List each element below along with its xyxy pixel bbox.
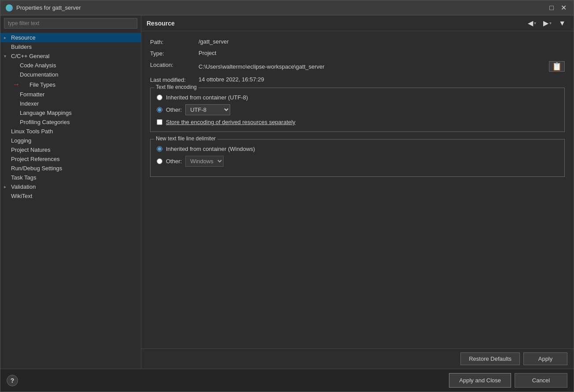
minimize-button[interactable]: □ (548, 4, 556, 12)
help-button[interactable]: ? (7, 375, 18, 386)
last-modified-value: 14 ottobre 2022, 16:57:29 (199, 76, 565, 83)
last-modified-label: Last modified: (150, 76, 199, 83)
sidebar-item-cpp-general[interactable]: ▾C/C++ General (0, 51, 141, 61)
sidebar-item-language-mappings[interactable]: Language Mappings (0, 108, 141, 117)
location-label: Location: (150, 61, 199, 68)
path-label: Path: (150, 38, 199, 45)
sidebar-item-label: Project Natures (11, 147, 51, 153)
other-delimiter-row: Other: Windows Unix macOS (157, 156, 558, 167)
inherited-delimiter-row: Inherited from container (Windows) (157, 146, 558, 152)
red-arrow-indicator: → (13, 81, 20, 88)
nav-buttons: ◀ ▾ ▶ ▾ ▼ (525, 18, 568, 28)
sidebar-item-label: File Types (29, 81, 55, 88)
tree: ▸ResourceBuilders▾C/C++ GeneralCode Anal… (0, 31, 141, 369)
sidebar-item-label: Project References (11, 156, 60, 162)
menu-dropdown-icon: ▼ (559, 19, 566, 27)
sidebar-item-resource[interactable]: ▸Resource (0, 33, 141, 42)
sidebar-item-project-references[interactable]: Project References (0, 154, 141, 164)
path-row: Path: /gatt_server (150, 38, 565, 45)
back-icon: ◀ (528, 19, 533, 27)
forward-icon: ▶ (543, 19, 548, 27)
sidebar-item-documentation[interactable]: Documentation (0, 70, 141, 79)
sidebar-item-label: Run/Debug Settings (11, 165, 62, 172)
nav-back-button[interactable]: ◀ ▾ (525, 18, 539, 28)
type-value: Project (199, 50, 565, 56)
sidebar-item-label: Indexer (20, 100, 39, 107)
sidebar-item-label: Code Analysis (20, 62, 56, 69)
sidebar-item-indexer[interactable]: Indexer (0, 99, 141, 108)
sidebar-item-wikitext[interactable]: WikiText (0, 191, 141, 201)
location-value-area: C:\Users\waltermo\eclipse-workspace\gatt… (199, 61, 565, 72)
title-controls: □ ✕ (548, 4, 568, 12)
other-delimiter-select-area: Other: Windows Unix macOS (157, 156, 224, 167)
delimiter-select[interactable]: Windows Unix macOS (185, 156, 224, 167)
restore-defaults-button[interactable]: Restore Defaults (460, 352, 520, 365)
panel-title: Resource (147, 20, 175, 27)
sidebar-item-run-debug-settings[interactable]: Run/Debug Settings (0, 164, 141, 173)
text-file-encoding-group: Text file encoding Inherited from contai… (150, 88, 565, 132)
footer-bar: ? Apply and Close Cancel (0, 369, 574, 392)
footer-right: Apply and Close Cancel (449, 373, 567, 388)
apply-and-close-button[interactable]: Apply and Close (449, 373, 511, 388)
dialog-title: Properties for gatt_server (16, 4, 81, 11)
sidebar-item-label: Resource (11, 34, 36, 41)
browse-button[interactable]: 📋 (549, 61, 565, 72)
filter-input[interactable] (4, 18, 137, 29)
sidebar-item-label: Builders (11, 44, 32, 50)
title-bar-left: Properties for gatt_server (6, 4, 81, 11)
sidebar-item-label: Formatter (20, 91, 44, 98)
encoding-select[interactable]: UTF-8 UTF-16 ISO-8859-1 US-ASCII (185, 104, 230, 115)
sidebar-item-label: Logging (11, 137, 31, 144)
sidebar-item-linux-tools-path[interactable]: Linux Tools Path (0, 127, 141, 136)
location-row: Location: C:\Users\waltermo\eclipse-work… (150, 61, 565, 72)
store-encoding-row: Store the encoding of derived resources … (157, 119, 558, 125)
props-content: Path: /gatt_server Type: Project Locatio… (141, 31, 574, 348)
close-button[interactable]: ✕ (559, 4, 568, 12)
other-encoding-label[interactable]: Other: (166, 106, 182, 113)
sidebar-item-profiling-categories[interactable]: Profiling Categories (0, 117, 141, 127)
other-delimiter-radio[interactable] (157, 158, 162, 164)
inherited-delimiter-radio[interactable] (157, 146, 162, 152)
sidebar-item-logging[interactable]: Logging (0, 136, 141, 145)
right-panel: Resource ◀ ▾ ▶ ▾ ▼ (141, 15, 574, 369)
location-value: C:\Users\waltermo\eclipse-workspace\gatt… (199, 63, 545, 70)
sidebar-item-label: Linux Tools Path (11, 128, 53, 135)
inherited-encoding-label[interactable]: Inherited from container (UTF-8) (166, 94, 248, 101)
tree-expand-icon: ▸ (4, 184, 9, 189)
sidebar-item-code-analysis[interactable]: Code Analysis (0, 61, 141, 70)
line-delimiter-legend: New text file line delimiter (154, 136, 217, 142)
other-encoding-row: Other: UTF-8 UTF-16 ISO-8859-1 US-ASCII (157, 104, 558, 115)
inherited-encoding-radio[interactable] (157, 95, 162, 100)
footer-left: ? (7, 375, 18, 386)
store-encoding-label[interactable]: Store the encoding of derived resources … (166, 119, 295, 125)
nav-menu-button[interactable]: ▼ (556, 18, 568, 28)
sidebar-item-task-tags[interactable]: Task Tags (0, 173, 141, 182)
sidebar-item-label: Validation (11, 183, 36, 190)
panel-toolbar: Resource ◀ ▾ ▶ ▾ ▼ (141, 15, 574, 31)
sidebar-item-label: WikiText (11, 193, 32, 199)
inherited-encoding-row: Inherited from container (UTF-8) (157, 94, 558, 101)
apply-button[interactable]: Apply (523, 352, 567, 365)
dialog: Properties for gatt_server □ ✕ ▸Resource… (0, 0, 574, 392)
other-delimiter-label[interactable]: Other: (166, 158, 182, 165)
sidebar-item-file-types[interactable]: →File Types (0, 79, 141, 90)
nav-forward-button[interactable]: ▶ ▾ (541, 18, 554, 28)
other-encoding-radio[interactable] (157, 107, 162, 113)
bottom-bar: Restore Defaults Apply (141, 348, 574, 369)
line-delimiter-content: Inherited from container (Windows) Other… (157, 146, 558, 167)
tree-expand-icon: ▸ (4, 35, 9, 40)
path-value: /gatt_server (199, 38, 565, 45)
back-dropdown-arrow: ▾ (534, 21, 536, 26)
sidebar-item-validation[interactable]: ▸Validation (0, 182, 141, 191)
forward-dropdown-arrow: ▾ (549, 21, 552, 26)
sidebar-item-project-natures[interactable]: Project Natures (0, 145, 141, 154)
store-encoding-checkbox[interactable] (157, 119, 162, 125)
sidebar-item-formatter[interactable]: Formatter (0, 90, 141, 99)
cancel-button[interactable]: Cancel (515, 373, 567, 388)
text-encoding-legend: Text file encoding (154, 84, 199, 90)
main-content: ▸ResourceBuilders▾C/C++ GeneralCode Anal… (0, 15, 574, 369)
sidebar-item-builders[interactable]: Builders (0, 42, 141, 51)
sidebar-item-label: C/C++ General (11, 53, 49, 59)
tree-expand-icon: ▾ (4, 54, 9, 59)
inherited-delimiter-label[interactable]: Inherited from container (Windows) (166, 146, 255, 152)
